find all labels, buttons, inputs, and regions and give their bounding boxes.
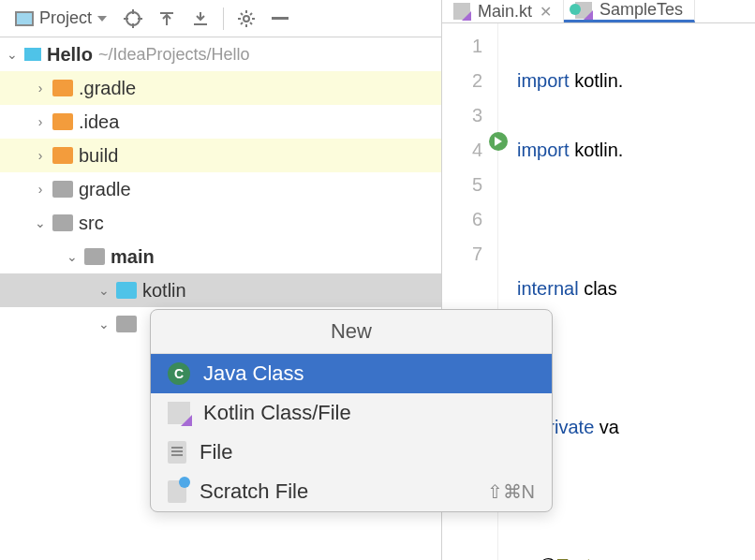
shortcut: ⇧⌘N [487, 480, 535, 503]
ctx-item[interactable]: C Java Class [151, 354, 552, 393]
folder-icon [116, 282, 137, 299]
expand-icon[interactable]: ⌄ [34, 215, 47, 230]
svg-line-14 [241, 13, 243, 15]
tree-item[interactable]: › .idea [0, 105, 441, 139]
expand-icon[interactable]: ⌄ [97, 283, 111, 298]
tab-label: SampleTes [600, 0, 683, 20]
f-icon [168, 441, 186, 464]
folder-icon [84, 248, 105, 265]
expand-all-icon[interactable] [152, 4, 182, 34]
k-icon [168, 402, 190, 424]
locate-icon[interactable] [118, 4, 148, 34]
ctx-label: File [200, 440, 232, 464]
expand-icon[interactable]: ⌄ [97, 317, 111, 332]
expand-icon[interactable]: ⌄ [66, 249, 79, 264]
line-number: 2 [442, 64, 482, 98]
c-icon: C [168, 362, 190, 385]
ctx-label: Java Class [203, 361, 304, 386]
ctx-item[interactable]: Scratch File ⇧⌘N [151, 472, 552, 511]
root-name: Hello [47, 44, 93, 66]
separator [223, 7, 224, 30]
tree-label: src [79, 213, 104, 234]
line-number: 4 [442, 133, 482, 168]
folder-icon [116, 316, 137, 332]
gear-icon[interactable] [231, 4, 261, 34]
folder-icon [52, 80, 73, 96]
context-menu-new: New C Java Class Kotlin Class/File File … [150, 309, 553, 512]
collapse-all-icon[interactable] [185, 4, 215, 34]
editor-tab[interactable]: SampleTes [564, 0, 695, 22]
folder-icon [52, 147, 73, 164]
ctx-label: Kotlin Class/File [203, 401, 351, 425]
line-number: 5 [442, 168, 482, 202]
folder-icon [52, 181, 73, 198]
tab-label: Main.kt [478, 2, 532, 22]
tree-label: .idea [79, 111, 119, 133]
tree-label: kotlin [142, 280, 186, 302]
run-gutter-icon[interactable] [489, 132, 508, 151]
chevron-down-icon [97, 16, 107, 22]
tree-item[interactable]: ⌄ main [0, 240, 441, 273]
module-icon [24, 48, 41, 61]
root-path: ~/IdeaProjects/Hello [98, 45, 250, 65]
sf-icon [168, 480, 186, 503]
line-number: 6 [442, 202, 482, 237]
expand-icon[interactable]: ⌄ [6, 47, 19, 62]
svg-line-16 [241, 22, 243, 24]
editor-tabs: Main.kt ✕ SampleTes [442, 0, 755, 23]
kotlin-file-icon [453, 3, 470, 20]
ctx-item[interactable]: Kotlin Class/File [151, 393, 552, 433]
project-label: Project [39, 8, 92, 28]
expand-icon[interactable]: › [34, 148, 47, 163]
line-number: 3 [442, 98, 482, 133]
kotlin-file-icon [575, 2, 592, 19]
expand-icon[interactable]: › [34, 114, 47, 129]
editor-tab[interactable]: Main.kt ✕ [442, 0, 564, 22]
line-number: 7 [442, 237, 482, 272]
tree-item[interactable]: ⌄ src [0, 206, 441, 240]
svg-line-15 [250, 22, 252, 24]
ctx-item[interactable]: File [151, 433, 552, 472]
ctx-title: New [151, 310, 552, 354]
expand-icon[interactable]: › [34, 182, 47, 197]
svg-rect-18 [272, 17, 289, 20]
folder-icon [52, 214, 73, 231]
svg-line-17 [250, 13, 252, 15]
tree-label: .gradle [79, 78, 136, 99]
tree-label: gradle [79, 179, 131, 200]
line-number: 1 [442, 29, 482, 64]
tree-label: build [79, 145, 118, 167]
tree-root[interactable]: ⌄ Hello ~/IdeaProjects/Hello [0, 37, 441, 71]
svg-point-9 [244, 16, 249, 22]
project-icon [15, 11, 34, 26]
folder-icon [52, 113, 73, 130]
tree-item[interactable]: › gradle [0, 172, 441, 206]
ctx-label: Scratch File [200, 479, 308, 504]
tree-item[interactable]: › build [0, 139, 441, 172]
svg-point-0 [126, 12, 140, 25]
close-tab-icon[interactable]: ✕ [540, 3, 552, 21]
expand-icon[interactable]: › [34, 81, 47, 96]
tree-item[interactable]: ⌄ kotlin [0, 273, 441, 307]
tree-item[interactable]: › .gradle [0, 71, 441, 105]
project-dropdown[interactable]: Project [7, 5, 114, 32]
hide-icon[interactable] [265, 4, 295, 34]
tree-label: main [111, 246, 155, 268]
